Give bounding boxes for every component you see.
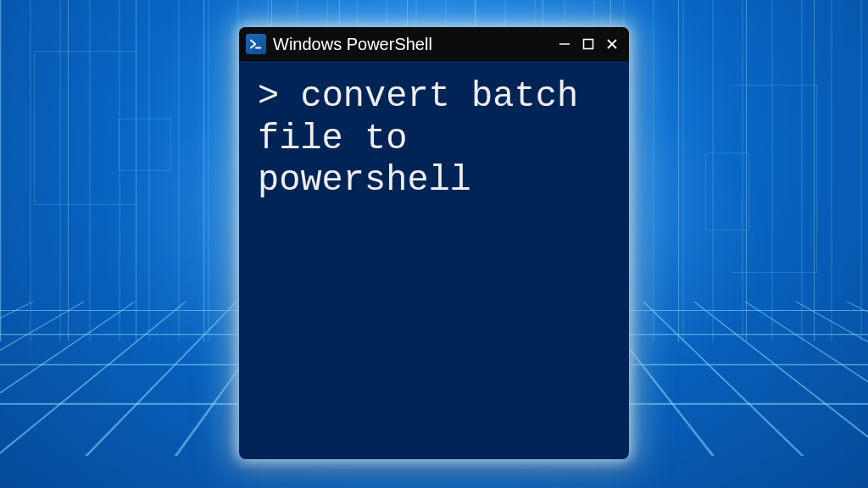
powershell-window: Windows PowerShell > convert batch file … <box>239 27 629 459</box>
terminal-content[interactable]: > convert batch file to powershell <box>239 61 629 459</box>
window-title: Windows PowerShell <box>273 35 551 54</box>
minimize-button[interactable] <box>558 34 571 54</box>
window-titlebar[interactable]: Windows PowerShell <box>239 27 629 61</box>
prompt-symbol: > <box>258 76 279 117</box>
command-text: convert batch file to powershell <box>258 76 599 201</box>
close-button[interactable] <box>605 34 619 54</box>
svg-rect-2 <box>584 40 593 49</box>
maximize-button[interactable] <box>581 34 595 54</box>
powershell-icon <box>246 34 266 54</box>
window-controls <box>558 34 620 54</box>
